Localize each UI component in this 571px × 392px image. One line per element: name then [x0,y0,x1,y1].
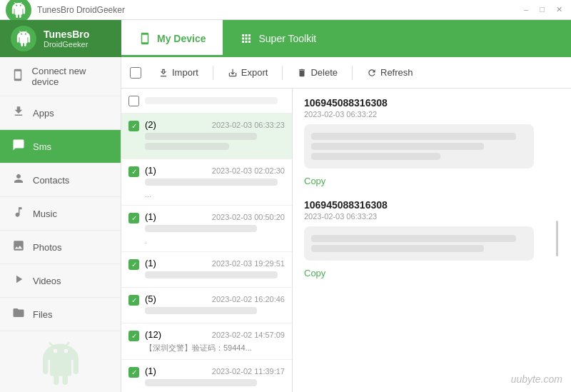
list-item-3-preview [145,225,257,232]
list-item-1[interactable]: ✓ (2) 2023-02-03 06:33:23 [121,114,292,159]
copy-button-2[interactable]: Copy [304,268,325,278]
watermark: uubyte.com [511,373,562,385]
list-item-3[interactable]: ✓ (1) 2023-02-03 00:50:20 . [121,206,292,252]
app-logo-icon [6,0,31,23]
close-button[interactable]: ✕ [553,5,565,14]
sidebar-item-music-label: Music [33,208,57,219]
list-item-5-count: (5) [145,293,156,304]
import-label: Import [172,67,198,78]
bubble-1-line-2 [311,143,484,150]
list-item-7-body: (1) 2023-02-02 11:39:17 [145,366,285,389]
app-title: TunesBro DroidGeeker [37,5,125,15]
list-item-3-check[interactable]: ✓ [128,213,139,223]
detail-bubble-1 [304,124,534,169]
list-item-2-row1: (1) 2023-02-03 02:02:30 [145,165,285,176]
sms-list-panel: ✓ (2) 2023-02-03 06:33:23 ✓ [121,89,293,392]
sidebar-item-videos[interactable]: Videos [0,264,121,298]
brand-sub: DroidGeeker [44,40,89,49]
window-controls[interactable]: – □ ✕ [521,5,565,14]
apps-icon [11,105,26,121]
list-item-0-preview [145,97,278,104]
list-item-5[interactable]: ✓ (5) 2023-02-02 16:20:46 [121,288,292,323]
main-layout: Connect new device Apps Sms Contacts Mus… [0,57,571,392]
list-item-5-check[interactable]: ✓ [128,295,139,306]
list-item-1-check[interactable]: ✓ [128,121,139,131]
sidebar-item-connect[interactable]: Connect new device [0,57,121,96]
refresh-label: Refresh [380,67,413,78]
toolbar-sep-3 [352,66,353,80]
list-item-1-preview2 [145,143,229,150]
list-item-6-count: (12) [145,329,161,340]
tab-super-toolkit-label: Super Toolkit [258,33,316,44]
sidebar-item-sms[interactable]: Sms [0,130,121,164]
sidebar-item-photos[interactable]: Photos [0,231,121,264]
export-label: Export [241,67,268,78]
refresh-button[interactable]: Refresh [358,63,422,82]
list-item-2-count: (1) [145,165,156,176]
list-item-3-row1: (1) 2023-02-03 00:50:20 [145,211,285,222]
logo-text: TunesBro DroidGeeker [44,29,89,49]
detail-time-2: 2023-02-03 06:33:23 [304,212,560,221]
list-item-4[interactable]: ✓ (1) 2023-02-03 19:29:51 [121,252,292,288]
list-item-1-body: (2) 2023-02-03 06:33:23 [145,119,285,153]
sidebar-item-contacts[interactable]: Contacts [0,164,121,197]
list-item-1-preview [145,133,257,140]
list-item-2-check[interactable]: ✓ [128,166,139,177]
list-item-6-text: 【深圳交警】验证码：59444... [145,343,285,353]
sidebar-item-apps[interactable]: Apps [0,96,121,130]
header-tabs: My Device Super Toolkit [121,20,571,57]
list-item-7-date: 2023-02-02 11:39:17 [212,367,285,376]
copy-button-1[interactable]: Copy [304,176,325,186]
list-item-4-count: (1) [145,258,156,268]
detail-sender-1: 106945088316308 [304,97,560,109]
sms-icon [11,139,26,154]
list-item-3-dot: . [145,236,147,245]
header-logo: TunesBro DroidGeeker [0,20,121,57]
sidebar-android-logo [0,335,121,392]
list-item-0-partial[interactable] [121,89,292,114]
list-item-5-date: 2023-02-02 16:20:46 [212,295,285,303]
toolbar: Import Export Delete Refresh [121,57,571,89]
contacts-icon [11,172,26,188]
import-button[interactable]: Import [150,63,207,82]
bubble-1-line-1 [311,133,516,140]
list-item-6-body: (12) 2023-02-02 14:57:09 【深圳交警】验证码：59444… [145,329,285,353]
list-item-7-preview [145,379,257,386]
sidebar-item-connect-label: Connect new device [32,66,109,87]
select-all-checkbox[interactable] [130,67,141,79]
delete-button[interactable]: Delete [288,63,346,82]
list-item-7[interactable]: ✓ (1) 2023-02-02 11:39:17 [121,360,292,392]
list-item-6-check[interactable]: ✓ [128,331,139,341]
sidebar-item-music[interactable]: Music [0,197,121,231]
list-item-3-body: (1) 2023-02-03 00:50:20 . [145,211,285,246]
list-item-6[interactable]: ✓ (12) 2023-02-02 14:57:09 【深圳交警】验证码：594… [121,323,292,360]
export-button[interactable]: Export [219,63,277,82]
list-item-7-check[interactable]: ✓ [128,367,139,378]
bubble-2-line-1 [311,235,516,242]
files-icon [11,306,26,322]
title-bar: TunesBro DroidGeeker – □ ✕ [0,0,571,20]
sidebar-item-files-label: Files [33,309,52,320]
list-detail-area: ✓ (2) 2023-02-03 06:33:23 ✓ [121,89,571,392]
detail-bubble-2 [304,226,534,261]
list-item-0-checkbox[interactable] [128,96,139,106]
list-item-7-row1: (1) 2023-02-02 11:39:17 [145,366,285,376]
toolbar-sep-1 [213,66,213,80]
sidebar-item-files[interactable]: Files [0,298,121,331]
content-area: Import Export Delete Refresh [121,57,571,392]
minimize-button[interactable]: – [521,5,531,14]
list-item-6-date: 2023-02-02 14:57:09 [212,331,285,339]
sidebar-item-contacts-label: Contacts [33,175,69,186]
detail-message-1: 106945088316308 2023-02-03 06:33:22 Copy [304,97,560,186]
videos-icon [11,273,26,288]
tab-super-toolkit[interactable]: Super Toolkit [223,20,333,57]
list-item-2-dots: ... [145,190,151,198]
tab-my-device[interactable]: My Device [121,20,223,57]
list-item-4-date: 2023-02-03 19:29:51 [212,259,285,268]
list-item-4-check[interactable]: ✓ [128,259,139,270]
list-item-2-body: (1) 2023-02-03 02:02:30 ... [145,165,285,199]
bubble-1-indicator [556,221,558,256]
maximize-button[interactable]: □ [537,5,547,14]
list-item-2[interactable]: ✓ (1) 2023-02-03 02:02:30 ... [121,159,292,206]
list-item-1-row1: (2) 2023-02-03 06:33:23 [145,119,285,130]
